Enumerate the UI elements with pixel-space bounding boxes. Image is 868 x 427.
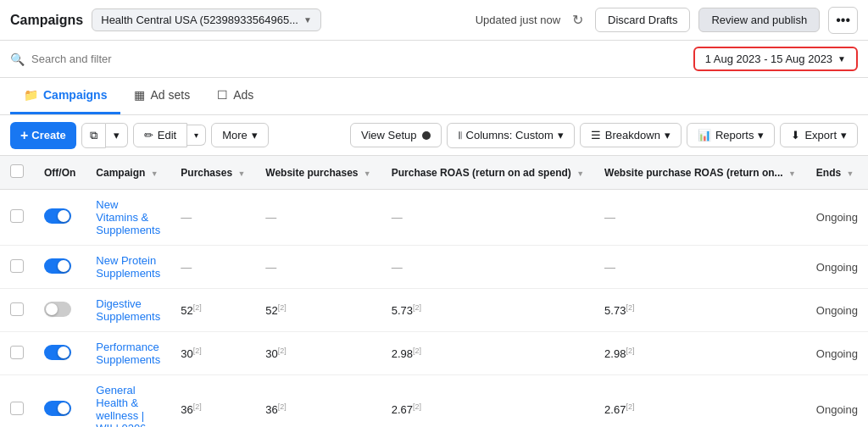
- edit-dropdown[interactable]: ▾: [187, 125, 206, 146]
- toolbar: + Create ⧉ ▾ ✏ Edit ▾ More ▾ View Setup …: [0, 115, 868, 156]
- searchbar: 🔍 1 Aug 2023 - 15 Aug 2023 ▼: [0, 41, 868, 78]
- copy-button-group: ⧉ ▾: [81, 123, 128, 148]
- table-header-row: Off/On Campaign ▼ Purchases ▼ Website pu…: [0, 156, 868, 190]
- roas-cell: —: [381, 246, 594, 289]
- search-input[interactable]: [31, 53, 687, 65]
- row-checkbox[interactable]: [10, 209, 24, 223]
- campaign-toggle[interactable]: [44, 258, 71, 274]
- date-range-label: 1 Aug 2023 - 15 Aug 2023: [705, 53, 832, 65]
- ends-cell: Ongoing: [806, 289, 868, 332]
- breakdown-button[interactable]: ☰ Breakdown ▾: [580, 123, 682, 147]
- setup-dot-icon: [422, 131, 431, 140]
- roas-footnote: [2]: [413, 303, 421, 312]
- tab-ads[interactable]: ☐ Ads: [203, 78, 267, 114]
- website-purchases-cell: —: [255, 246, 381, 289]
- export-button[interactable]: ⬇ Export ▾: [780, 123, 858, 147]
- campaign-name-cell: General Health & wellness | WII | 0206: [86, 375, 170, 428]
- ads-tab-icon: ☐: [217, 88, 228, 102]
- plus-icon: +: [20, 128, 28, 143]
- edit-icon: ✏: [144, 129, 153, 141]
- ends-cell: Ongoing: [806, 246, 868, 289]
- ends-cell: Ongoing: [806, 375, 868, 428]
- row-checkbox[interactable]: [10, 302, 24, 316]
- website-roas-header[interactable]: Website purchase ROAS (return on... ▼: [594, 156, 806, 190]
- row-checkbox-cell: [0, 289, 34, 332]
- refresh-button[interactable]: ↻: [569, 8, 587, 31]
- row-checkbox[interactable]: [10, 259, 24, 273]
- select-all-header[interactable]: [0, 156, 34, 190]
- ends-value: Ongoing: [816, 347, 858, 360]
- purchases-cell: 30[2]: [170, 332, 255, 375]
- website-purchases-cell: 36[2]: [255, 375, 381, 428]
- row-toggle-cell: [34, 190, 86, 246]
- campaign-toggle[interactable]: [44, 302, 71, 317]
- campaign-name-cell: Performance Supplements: [86, 332, 170, 375]
- duplicate-dropdown[interactable]: ▾: [106, 123, 128, 147]
- purchases-footnote: [2]: [193, 347, 202, 355]
- roas-cell: 5.73[2]: [381, 289, 594, 332]
- row-checkbox-cell: [0, 190, 34, 246]
- purchases-header[interactable]: Purchases ▼: [170, 156, 255, 190]
- date-range-button[interactable]: 1 Aug 2023 - 15 Aug 2023 ▼: [693, 47, 858, 71]
- campaign-label: Campaign: [96, 167, 145, 179]
- edit-button[interactable]: ✏ Edit: [133, 123, 187, 147]
- view-setup-button[interactable]: View Setup: [350, 123, 442, 147]
- topbar: Campaigns Health Central USA (5239893356…: [0, 0, 868, 41]
- roas-value: 2.98: [392, 347, 413, 360]
- select-all-checkbox[interactable]: [10, 164, 24, 178]
- duplicate-button[interactable]: ⧉: [81, 123, 106, 148]
- create-button[interactable]: + Create: [10, 122, 76, 149]
- purchases-value: 30: [181, 347, 192, 360]
- reports-button[interactable]: 📊 Reports ▾: [687, 123, 776, 147]
- sort-icon: ▼: [576, 169, 584, 178]
- discard-drafts-button[interactable]: Discard Drafts: [595, 8, 690, 32]
- roas-dash: —: [392, 211, 403, 224]
- campaign-link[interactable]: New Protein Supplements: [96, 254, 160, 280]
- row-toggle-cell: [34, 375, 86, 428]
- chevron-down-icon: ▾: [758, 129, 764, 141]
- website-purchases-footnote: [2]: [278, 402, 287, 411]
- campaign-toggle[interactable]: [44, 401, 71, 416]
- row-checkbox-cell: [0, 332, 34, 375]
- row-checkbox[interactable]: [10, 402, 24, 415]
- review-publish-button[interactable]: Review and publish: [698, 8, 820, 32]
- purchases-label: Purchases: [181, 167, 232, 179]
- row-checkbox[interactable]: [10, 346, 24, 359]
- account-selector[interactable]: Health Central USA (52398933564965... ▼: [92, 8, 321, 31]
- row-checkbox-cell: [0, 246, 34, 289]
- row-toggle-cell: [34, 246, 86, 289]
- campaign-header[interactable]: Campaign ▼: [86, 156, 170, 190]
- roas-footnote: [2]: [413, 402, 421, 411]
- roas-footnote: [2]: [413, 347, 421, 355]
- wroas-cell: —: [594, 190, 806, 246]
- chevron-down-icon: ▼: [837, 54, 846, 64]
- tab-campaigns[interactable]: 📁 Campaigns: [10, 78, 120, 114]
- search-icon: 🔍: [10, 53, 25, 66]
- campaign-link[interactable]: New Vitamins & Supplements: [96, 198, 160, 236]
- sort-icon: ▼: [151, 169, 159, 178]
- row-toggle-cell: [34, 332, 86, 375]
- offon-label: Off/On: [44, 167, 75, 179]
- table-row: Digestive Supplements52[2]52[2]5.73[2]5.…: [0, 289, 868, 332]
- website-roas-label: Website purchase ROAS (return on...: [604, 167, 782, 179]
- campaign-toggle[interactable]: [44, 345, 71, 360]
- ends-cell: Ongoing: [806, 332, 868, 375]
- more-options-button[interactable]: •••: [828, 7, 858, 34]
- more-button[interactable]: More ▾: [211, 123, 269, 147]
- website-purchases-cell: —: [255, 190, 381, 246]
- wroas-value: 2.67: [604, 403, 626, 416]
- sort-icon: ▼: [788, 169, 796, 178]
- columns-button[interactable]: ⦀ Columns: Custom ▾: [447, 123, 575, 148]
- campaign-link[interactable]: Digestive Supplements: [96, 297, 160, 323]
- sort-icon: ▼: [364, 169, 371, 178]
- website-purchases-header[interactable]: Website purchases ▼: [255, 156, 381, 190]
- website-purchases-label: Website purchases: [265, 167, 358, 179]
- purchases-value: 36: [181, 403, 192, 416]
- tab-adsets[interactable]: ▦ Ad sets: [120, 78, 203, 114]
- ends-value: Ongoing: [816, 304, 858, 317]
- ends-header[interactable]: Ends ▼: [806, 156, 868, 190]
- purchase-roas-header[interactable]: Purchase ROAS (return on ad spend) ▼: [381, 156, 594, 190]
- campaign-link[interactable]: Performance Supplements: [96, 341, 160, 366]
- campaign-toggle[interactable]: [44, 208, 71, 224]
- campaign-link[interactable]: General Health & wellness | WII | 0206: [96, 384, 146, 427]
